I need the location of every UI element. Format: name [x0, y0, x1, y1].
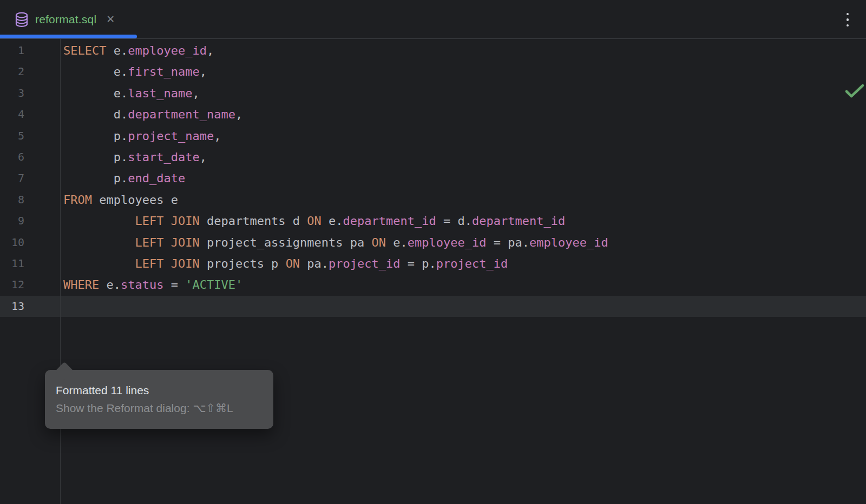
- code-line[interactable]: 7 p.end_date: [0, 168, 866, 189]
- reformat-tooltip: Formatted 11 lines Show the Reformat dia…: [45, 370, 273, 429]
- code-line[interactable]: 4 d.department_name,: [0, 104, 866, 125]
- line-number: 1: [0, 40, 24, 61]
- code-text: e.last_name,: [24, 83, 200, 104]
- code-text: p.start_date,: [24, 147, 207, 168]
- code-text: p.project_name,: [24, 125, 221, 147]
- kebab-vertical-icon[interactable]: [842, 11, 853, 29]
- code-text: LEFT JOIN project_assignments pa ON e.em…: [24, 232, 608, 253]
- line-number: 2: [0, 61, 24, 82]
- code-text: LEFT JOIN projects p ON pa.project_id = …: [24, 253, 508, 274]
- code-line[interactable]: 2 e.first_name,: [0, 61, 866, 82]
- tab-reformat-sql[interactable]: reformat.sql ✕: [0, 0, 137, 38]
- editor-rows: 1SELECT e.employee_id,2 e.first_name,3 e…: [0, 39, 866, 317]
- code-line[interactable]: 1SELECT e.employee_id,: [0, 40, 866, 61]
- editor[interactable]: 1SELECT e.employee_id,2 e.first_name,3 e…: [0, 39, 866, 504]
- tooltip-title: Formatted 11 lines: [56, 383, 263, 397]
- check-icon: [844, 83, 865, 99]
- line-number: 13: [0, 296, 24, 317]
- line-number: 11: [0, 253, 24, 274]
- code-line[interactable]: 5 p.project_name,: [0, 125, 866, 147]
- line-number: 8: [0, 189, 24, 210]
- code-line[interactable]: 10 LEFT JOIN project_assignments pa ON e…: [0, 232, 866, 253]
- code-text: WHERE e.status = 'ACTIVE': [24, 274, 242, 295]
- inspection-ok-widget[interactable]: [844, 83, 865, 99]
- line-number: 5: [0, 125, 24, 147]
- tab-title: reformat.sql: [35, 13, 96, 26]
- line-number: 10: [0, 232, 24, 253]
- code-text: SELECT e.employee_id,: [24, 40, 214, 61]
- line-number: 9: [0, 210, 24, 231]
- close-icon[interactable]: ✕: [106, 14, 115, 24]
- line-number: 4: [0, 104, 24, 125]
- code-line[interactable]: 3 e.last_name,: [0, 83, 866, 104]
- line-number: 7: [0, 168, 24, 189]
- line-number: 3: [0, 83, 24, 104]
- active-tab-indicator: [0, 35, 137, 38]
- code-text: d.department_name,: [24, 104, 242, 125]
- code-text: LEFT JOIN departments d ON e.department_…: [24, 210, 565, 231]
- code-text: FROM employees e: [24, 189, 178, 210]
- line-number: 6: [0, 147, 24, 168]
- gutter-separator: [60, 39, 61, 504]
- code-text: p.end_date: [24, 168, 185, 189]
- code-text: e.first_name,: [24, 61, 207, 82]
- editor-tab-bar: reformat.sql ✕: [0, 0, 866, 39]
- code-text: [24, 296, 63, 317]
- code-line[interactable]: 12WHERE e.status = 'ACTIVE': [0, 274, 866, 295]
- tooltip-shortcut-hint: Show the Reformat dialog: ⌥⇧⌘L: [56, 401, 263, 415]
- code-line[interactable]: 8FROM employees e: [0, 189, 866, 210]
- code-line[interactable]: 9 LEFT JOIN departments d ON e.departmen…: [0, 210, 866, 231]
- code-line[interactable]: 13: [0, 296, 866, 317]
- tooltip-arrow: [55, 362, 74, 380]
- line-number: 12: [0, 274, 24, 295]
- code-line[interactable]: 11 LEFT JOIN projects p ON pa.project_id…: [0, 253, 866, 274]
- code-line[interactable]: 6 p.start_date,: [0, 147, 866, 168]
- database-icon: [15, 12, 29, 27]
